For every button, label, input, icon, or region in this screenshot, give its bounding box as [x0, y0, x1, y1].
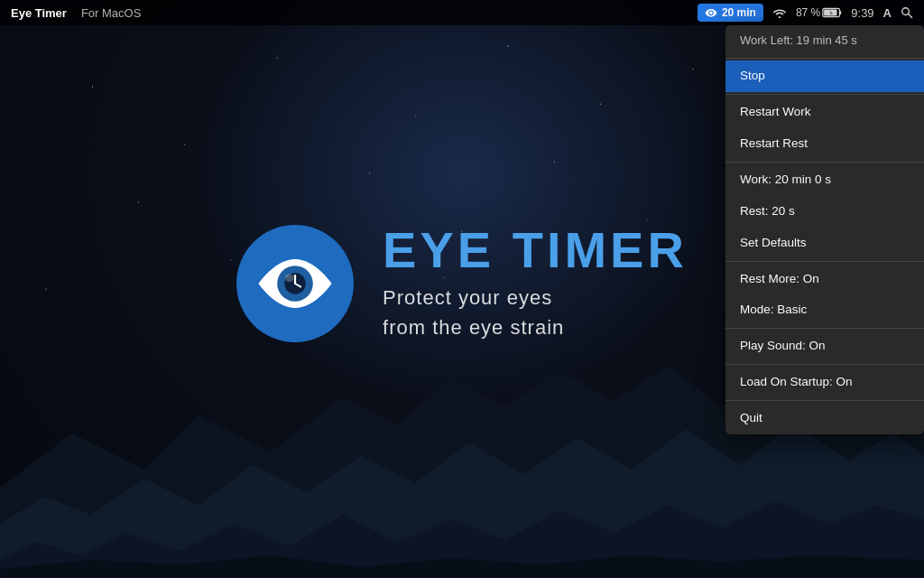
work-setting-item[interactable]: Work: 20 min 0 s: [725, 164, 924, 196]
rest-more-label: Rest More: On: [740, 272, 819, 285]
set-defaults-item[interactable]: Set Defaults: [725, 228, 924, 259]
divider-3: [725, 162, 924, 163]
rest-setting-label: Rest: 20 s: [740, 204, 795, 218]
app-branding: EYE TIMER Protect your eyes from the eye…: [236, 225, 688, 342]
play-sound-item[interactable]: Play Sound: On: [725, 331, 924, 362]
work-left-label: Work Left: 19 min 45 s: [740, 33, 857, 47]
app-title: EYE TIMER: [383, 225, 688, 275]
set-defaults-label: Set Defaults: [740, 236, 807, 249]
timer-button-label: 20 min: [722, 6, 756, 19]
menubar-for-macos: For MacOS: [81, 6, 141, 20]
divider-5: [725, 328, 924, 329]
svg-point-4: [779, 16, 781, 18]
quit-label: Quit: [740, 411, 762, 424]
divider-2: [725, 94, 924, 95]
stop-item[interactable]: Stop: [725, 61, 924, 92]
eye-logo-svg: [254, 243, 336, 324]
svg-rect-6: [840, 11, 842, 14]
load-on-startup-label: Load On Startup: On: [740, 375, 853, 388]
quit-item[interactable]: Quit: [725, 403, 924, 434]
work-left-item: Work Left: 19 min 45 s: [725, 25, 924, 56]
eye-logo: [236, 225, 354, 342]
play-sound-label: Play Sound: On: [740, 339, 826, 352]
wifi-icon: [772, 7, 787, 18]
divider-4: [725, 261, 924, 262]
app-subtitle: Protect your eyes from the eye strain: [383, 283, 688, 342]
dropdown-menu: Work Left: 19 min 45 s Stop Restart Work…: [725, 25, 924, 434]
rest-more-item[interactable]: Rest More: On: [725, 264, 924, 295]
restart-work-item[interactable]: Restart Work: [725, 97, 924, 128]
restart-rest-item[interactable]: Restart Rest: [725, 128, 924, 160]
divider-7: [725, 400, 924, 401]
work-setting-label: Work: 20 min 0 s: [740, 172, 831, 186]
rest-setting-item[interactable]: Rest: 20 s: [725, 196, 924, 228]
menubar-app-name: Eye Timer: [11, 6, 67, 20]
restart-work-label: Restart Work: [740, 105, 811, 118]
divider-6: [725, 364, 924, 365]
menubar-right: 20 min 87 % 9:39 A: [698, 4, 913, 22]
battery-indicator: 87 %: [796, 6, 842, 19]
battery-percent: 87 %: [796, 6, 820, 19]
menubar-time: 9:39: [851, 6, 873, 20]
subtitle-line1: Protect your eyes: [383, 286, 552, 309]
accessibility-icon: A: [883, 6, 892, 20]
svg-point-12: [285, 274, 293, 282]
menubar-left: Eye Timer For MacOS: [11, 6, 141, 20]
timer-button[interactable]: 20 min: [698, 4, 763, 22]
menubar: Eye Timer For MacOS 20 min 87 %: [0, 0, 924, 25]
mode-label: Mode: Basic: [740, 303, 807, 316]
app-text-block: EYE TIMER Protect your eyes from the eye…: [383, 225, 688, 342]
subtitle-line2: from the eye strain: [383, 316, 564, 339]
mode-item[interactable]: Mode: Basic: [725, 294, 924, 326]
svg-line-9: [909, 14, 912, 18]
eye-icon-menubar: [705, 6, 717, 19]
stop-label: Stop: [740, 69, 765, 82]
load-on-startup-item[interactable]: Load On Startup: On: [725, 367, 924, 398]
divider-1: [725, 58, 924, 59]
spotlight-icon: [901, 6, 913, 19]
restart-rest-label: Restart Rest: [740, 136, 808, 150]
